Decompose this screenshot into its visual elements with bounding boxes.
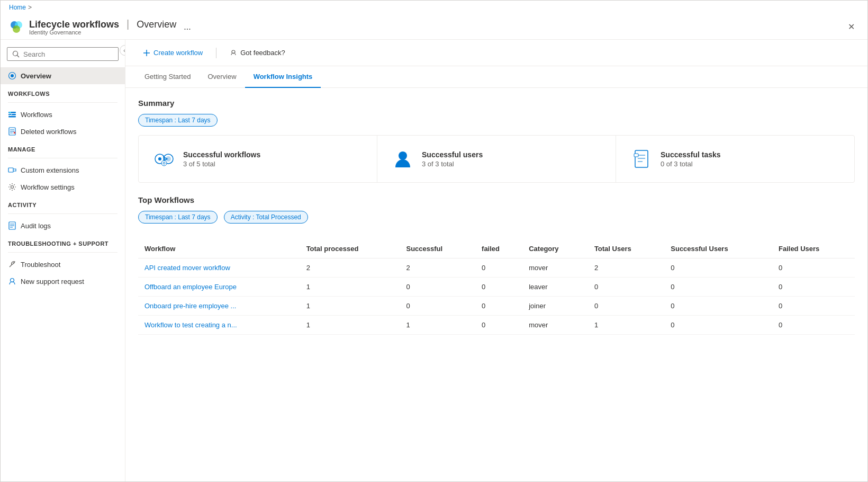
sidebar-item-custom-extensions-label: Custom extensions	[21, 166, 79, 174]
cell-total-processed-2: 1	[300, 297, 400, 316]
cell-total-processed-0: 2	[300, 258, 400, 278]
tab-workflow-insights[interactable]: Workflow Insights	[245, 66, 321, 88]
svg-point-6	[11, 74, 14, 77]
table-row: Offboard an employee Europe 1 0 0 leaver…	[138, 278, 855, 297]
svg-point-3	[13, 51, 18, 56]
top-workflows-activity-badge[interactable]: Activity : Total Processed	[224, 211, 308, 224]
sidebar-item-workflow-settings[interactable]: Workflow settings	[1, 178, 125, 195]
top-workflows-title: Top Workflows	[138, 195, 855, 204]
got-feedback-button[interactable]: Got feedback?	[223, 45, 292, 60]
timespan-badge[interactable]: Timespan : Last 7 days	[138, 114, 218, 127]
svg-rect-35	[635, 150, 648, 167]
tab-getting-started[interactable]: Getting Started	[136, 66, 199, 88]
cell-successful-0: 2	[400, 258, 475, 278]
cell-total-users-3: 1	[588, 316, 664, 335]
cell-workflow-0[interactable]: API created mover workflow	[138, 258, 300, 278]
cell-successful-1: 0	[400, 278, 475, 297]
col-header-failed: failed	[475, 239, 522, 258]
cell-workflow-3[interactable]: Workflow to test creating a n...	[138, 316, 300, 335]
sidebar-item-deleted-workflows-label: Deleted workflows	[21, 128, 77, 136]
cell-category-3: mover	[522, 316, 588, 335]
summary-cards: Successful workflows 3 of 5 total	[138, 135, 855, 183]
workflow-card-icon	[153, 148, 175, 169]
breadcrumb-separator: >	[28, 4, 32, 11]
app-title: Lifecycle workflows	[29, 19, 119, 30]
workflow-link-0[interactable]: API created mover workflow	[144, 264, 230, 272]
top-workflows-filters: Timespan : Last 7 days Activity : Total …	[138, 211, 855, 232]
tab-overview[interactable]: Overview	[199, 66, 245, 88]
search-input[interactable]	[23, 50, 114, 58]
app-subtitle: Overview	[137, 19, 176, 30]
tasks-card-label: Successful tasks	[661, 150, 721, 159]
content-area: Create workflow Got feedback? Getting St…	[125, 40, 867, 481]
plus-icon	[143, 49, 150, 57]
cell-failed-1: 0	[475, 278, 522, 297]
task-icon	[631, 148, 652, 169]
svg-point-32	[161, 160, 167, 166]
divider-troubleshooting	[8, 252, 117, 253]
toolbar: Create workflow Got feedback?	[125, 40, 867, 66]
sidebar-item-audit-logs-label: Audit logs	[21, 222, 51, 230]
sidebar-collapse-button[interactable]: «	[120, 45, 125, 56]
sidebar-item-troubleshoot[interactable]: Troubleshoot	[1, 256, 125, 273]
workflows-table-container: Workflow Total processed Successful fail…	[138, 239, 855, 335]
cell-total-processed-3: 1	[300, 316, 400, 335]
troubleshoot-icon	[8, 260, 16, 269]
svg-rect-17	[8, 168, 13, 172]
app-logo	[9, 20, 24, 34]
svg-rect-9	[8, 116, 16, 118]
new-support-request-icon	[8, 277, 16, 285]
svg-rect-39	[634, 154, 638, 157]
deleted-workflows-icon	[8, 127, 16, 136]
cell-category-0: mover	[522, 258, 588, 278]
title-separator: |	[126, 18, 129, 30]
divider-manage	[8, 158, 117, 158]
breadcrumb-home[interactable]: Home	[9, 4, 26, 11]
tasks-card-text: Successful tasks 0 of 3 total	[661, 150, 721, 168]
sidebar-item-overview[interactable]: Overview	[1, 67, 125, 84]
create-workflow-button[interactable]: Create workflow	[136, 45, 210, 60]
svg-point-2	[13, 25, 20, 33]
sidebar-item-overview-label: Overview	[21, 72, 51, 80]
sidebar-item-custom-extensions[interactable]: Custom extensions	[1, 162, 125, 178]
summary-card-tasks: Successful tasks 0 of 3 total	[616, 136, 854, 182]
sidebar-item-deleted-workflows[interactable]: Deleted workflows	[1, 123, 125, 140]
divider-workflows	[8, 102, 117, 103]
sidebar-item-new-support-request-label: New support request	[21, 278, 84, 285]
cell-workflow-2[interactable]: Onboard pre-hire employee ...	[138, 297, 300, 316]
top-workflows-timespan-badge[interactable]: Timespan : Last 7 days	[138, 211, 218, 224]
summary-card-users: Successful users 3 of 3 total	[377, 136, 616, 182]
col-header-total-processed: Total processed	[300, 239, 400, 258]
workflows-icon	[8, 110, 16, 119]
workflows-table: Workflow Total processed Successful fail…	[138, 239, 855, 335]
sidebar-item-workflows[interactable]: Workflows	[1, 106, 125, 123]
sidebar-item-new-support-request[interactable]: New support request	[1, 273, 125, 290]
col-header-total-users: Total Users	[588, 239, 664, 258]
svg-point-18	[11, 186, 14, 189]
col-header-successful: Successful	[400, 239, 475, 258]
sidebar-item-audit-logs[interactable]: Audit logs	[1, 217, 125, 234]
table-row: Workflow to test creating a n... 1 1 0 m…	[138, 316, 855, 335]
workflow-link-3[interactable]: Workflow to test creating a n...	[144, 321, 237, 329]
page-content: Summary Timespan : Last 7 days	[125, 88, 867, 481]
search-input-container[interactable]	[7, 47, 119, 61]
table-row: Onboard pre-hire employee ... 1 0 0 join…	[138, 297, 855, 316]
close-button[interactable]: ✕	[844, 20, 859, 34]
cell-workflow-1[interactable]: Offboard an employee Europe	[138, 278, 300, 297]
title-bar: Lifecycle workflows | Overview Identity …	[1, 14, 867, 40]
tasks-card-value: 0 of 3 total	[661, 160, 721, 168]
workflow-link-2[interactable]: Onboard pre-hire employee ...	[144, 302, 236, 310]
users-card-text: Successful users 3 of 3 total	[422, 150, 483, 168]
users-card-label: Successful users	[422, 150, 483, 159]
cell-successful-2: 0	[400, 297, 475, 316]
more-options-button[interactable]: ...	[184, 22, 191, 32]
cell-failed-3: 0	[475, 316, 522, 335]
cell-successful-users-1: 0	[664, 278, 772, 297]
cell-total-processed-1: 1	[300, 278, 400, 297]
table-header: Workflow Total processed Successful fail…	[138, 239, 855, 258]
workflow-link-1[interactable]: Offboard an employee Europe	[144, 283, 237, 291]
sidebar-section-manage: Manage	[1, 140, 125, 155]
svg-point-23	[13, 262, 14, 263]
cell-failed-users-3: 0	[772, 316, 855, 335]
cell-category-2: joiner	[522, 297, 588, 316]
